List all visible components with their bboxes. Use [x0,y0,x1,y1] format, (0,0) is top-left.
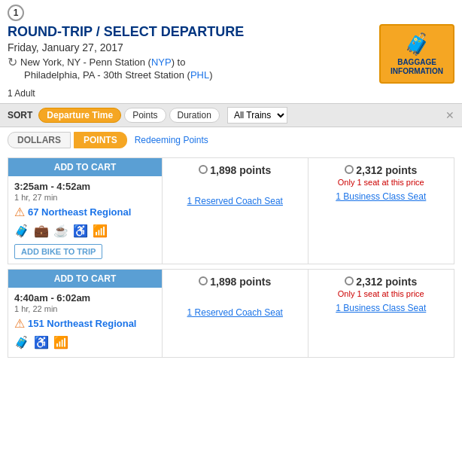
train-card: ADD TO CART 4:40am - 6:02am 1 hr, 22 min… [8,269,454,358]
step-indicator: 1 [0,0,462,23]
coach-seat-link[interactable]: 1 Reserved Coach Seat [169,196,302,206]
amenity-icon: 💼 [34,224,49,238]
business-seat-link[interactable]: 1 Business Class Seat [315,191,448,202]
business-radio[interactable] [345,276,354,285]
train-duration: 1 hr, 27 min [14,193,156,202]
train-time: 3:25am - 4:52am [14,181,156,192]
passenger-count: 1 Adult [0,87,462,103]
sort-duration[interactable]: Duration [169,108,220,123]
train-info-section: 4:40am - 6:02am 1 hr, 22 min ⚠ 151 North… [8,288,162,357]
origin-text: New York, NY - Penn Station (NYP) to [20,56,185,68]
page-header: ROUND-TRIP / SELECT DEPARTURE Friday, Ja… [0,23,462,87]
train-name-link[interactable]: 67 Northeast Regional [28,206,131,218]
sort-points[interactable]: Points [124,108,166,123]
amenity-icon: ♿ [73,224,88,238]
train-cards-container: ADD TO CART 3:25am - 4:52am 1 hr, 27 min… [0,157,462,358]
amenity-icons: 🧳💼☕♿📶 [14,224,156,238]
train-name-row: ⚠ 151 Northeast Regional [14,316,156,331]
destination-code-link[interactable]: PHL [190,69,209,81]
points-toggle-button[interactable]: POINTS [74,132,127,148]
train-info-col: ADD TO CART 3:25am - 4:52am 1 hr, 27 min… [8,158,163,264]
dollars-toggle-button[interactable]: DOLLARS [8,132,71,148]
warning-icon: ⚠ [14,205,25,219]
baggage-icon: 🧳 [385,32,448,56]
coach-points-row: 1,898 points [169,274,302,288]
route-line: ↻ New York, NY - Penn Station (NYP) to [8,55,379,69]
amenity-icon: ♿ [34,335,49,349]
amenity-icon: 🧳 [14,335,29,349]
date-line: Friday, January 27, 2017 [8,41,379,53]
coach-price: 1,898 points [210,164,271,176]
coach-points-row: 1,898 points [169,163,302,176]
coach-seat-link[interactable]: 1 Reserved Coach Seat [169,307,302,318]
coach-col: 1,898 points 1 Reserved Coach Seat [163,270,309,357]
trains-filter-select[interactable]: All Trains [227,107,287,124]
train-name-link[interactable]: 151 Northeast Regional [28,318,137,329]
business-col: 2,312 points Only 1 seat at this price 1… [309,158,454,264]
business-seat-link[interactable]: 1 Business Class Seat [315,303,448,313]
destination-text: Philadelphia, PA - 30th Street Station (… [24,69,213,81]
train-name-row: ⚠ 67 Northeast Regional [14,205,156,219]
business-points-row: 2,312 points [315,274,448,288]
amenity-icons: 🧳♿📶 [14,335,156,349]
warning-icon: ⚠ [14,316,25,331]
train-info-col: ADD TO CART 4:40am - 6:02am 1 hr, 22 min… [8,270,163,357]
business-col: 2,312 points Only 1 seat at this price 1… [309,270,454,357]
train-card: ADD TO CART 3:25am - 4:52am 1 hr, 27 min… [8,157,454,264]
coach-price: 1,898 points [210,276,271,288]
amenity-icon: ☕ [53,224,68,238]
header-left: ROUND-TRIP / SELECT DEPARTURE Friday, Ja… [8,24,379,81]
sort-bar: SORT Departure Time Points Duration All … [0,103,462,127]
amenity-icon: 📶 [53,335,68,349]
business-radio[interactable] [345,165,354,174]
step-number: 1 [8,5,24,21]
origin-code-link[interactable]: NYP [151,56,172,68]
amenity-icon: 🧳 [14,224,29,238]
destination-line: Philadelphia, PA - 30th Street Station (… [24,69,379,81]
only-seat-notice: Only 1 seat at this price [315,289,448,298]
close-icon[interactable]: ✕ [445,109,454,121]
coach-col: 1,898 points 1 Reserved Coach Seat [163,158,309,264]
train-duration: 1 hr, 22 min [14,304,156,313]
baggage-label: BAGGAGEINFORMATION [385,58,448,76]
train-info-section: 3:25am - 4:52am 1 hr, 27 min ⚠ 67 Northe… [8,176,162,264]
amenity-icon: 📶 [93,224,108,238]
redeem-link[interactable]: Redeeming Points [135,135,208,145]
refresh-icon: ↻ [8,55,17,69]
business-points-row: 2,312 points [315,163,448,176]
add-to-cart-button[interactable]: ADD TO CART [8,270,162,288]
train-time: 4:40am - 6:02am [14,292,156,304]
only-seat-notice: Only 1 seat at this price [315,178,448,187]
business-price: 2,312 points [356,164,417,176]
coach-radio[interactable] [199,165,208,174]
add-to-cart-button[interactable]: ADD TO CART [8,158,162,176]
coach-radio[interactable] [199,276,208,285]
add-bike-button[interactable]: ADD BIKE TO TRIP [14,244,102,259]
baggage-info-button[interactable]: 🧳 BAGGAGEINFORMATION [379,24,454,84]
business-price: 2,312 points [356,276,417,288]
price-toggle: DOLLARS POINTS Redeeming Points [0,127,462,153]
sort-departure-time[interactable]: Departure Time [38,108,121,123]
sort-label: SORT [8,110,32,121]
page-title: ROUND-TRIP / SELECT DEPARTURE [8,24,379,40]
